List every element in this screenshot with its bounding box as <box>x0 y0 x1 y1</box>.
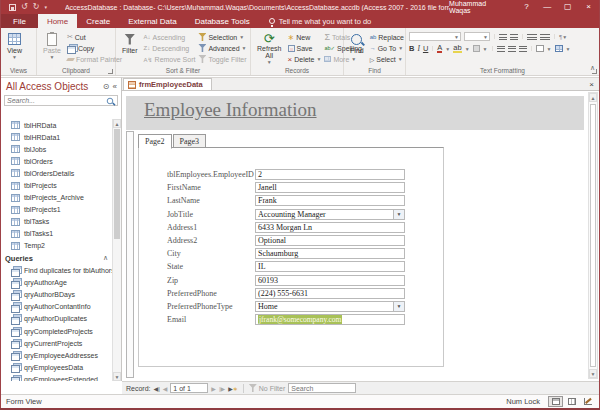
undo-icon[interactable]: ↺ <box>21 3 28 11</box>
nav-query-item[interactable]: qryCompletedProjects <box>1 325 112 337</box>
redo-icon[interactable]: ↻ <box>33 3 40 11</box>
page-tab-page2[interactable]: Page2 <box>138 134 172 149</box>
save-icon[interactable] <box>9 4 16 11</box>
font-size-combo[interactable]: ▼ <box>464 32 490 41</box>
view-button[interactable]: View▼ <box>4 30 25 66</box>
paste-button[interactable]: Paste▼ <box>40 30 64 66</box>
font-color-button[interactable]: A <box>437 44 442 53</box>
nav-query-item[interactable]: qryEmployeesData <box>1 361 112 373</box>
highlight-color-button[interactable]: ab <box>453 44 461 53</box>
nav-table-item[interactable]: tblProjects_Archive <box>1 192 112 204</box>
preferredphone-field[interactable]: (224) 555-6631 <box>255 288 405 299</box>
save-record-button[interactable]: Save <box>288 43 322 53</box>
combo-dropdown-icon[interactable]: ▼ <box>393 210 404 219</box>
collapse-ribbon-icon[interactable]: ∧ <box>590 64 595 72</box>
text-direction-icon[interactable]: ¶▼ <box>559 34 567 40</box>
scrollbar-thumb[interactable] <box>590 104 596 367</box>
record-position[interactable]: 1 of 1 <box>170 383 208 393</box>
nav-table-item[interactable]: tblOrders <box>1 155 112 167</box>
new-blank-record-icon[interactable]: ▶∗ <box>228 385 238 392</box>
nav-pane-scrollbar[interactable]: ▲ ▼ <box>112 119 121 381</box>
ascending-button[interactable]: A↓Ascending <box>144 32 196 42</box>
no-filter-button[interactable]: No Filter <box>249 384 285 392</box>
first-record-icon[interactable]: ◀| <box>154 385 160 392</box>
nav-table-item[interactable]: tblTasks1 <box>1 228 112 240</box>
address2-field[interactable]: Optional <box>255 235 405 246</box>
filter-button[interactable]: Filter <box>119 30 141 66</box>
nav-query-item[interactable]: qryCurrentProjects <box>1 337 112 349</box>
nav-query-item[interactable]: qryAuthorBDays <box>1 289 112 301</box>
scrollbar-thumb[interactable] <box>114 129 120 239</box>
numbering-icon[interactable] <box>510 34 518 40</box>
email-field[interactable]: jfrank@somecompany.com <box>255 314 405 325</box>
previous-record-icon[interactable]: ◀ <box>163 385 168 392</box>
nav-table-item[interactable]: tblProjects <box>1 179 112 191</box>
nav-table-item[interactable]: tblProjects1 <box>1 204 112 216</box>
nav-table-item[interactable]: tblHRData <box>1 119 112 131</box>
jobtitle-combo[interactable]: Accounting Manager▼ <box>255 209 405 220</box>
tab-external-data[interactable]: External Data <box>119 14 185 28</box>
nav-table-item[interactable]: tblTasks <box>1 216 112 228</box>
cut-button[interactable]: ✂Cut <box>67 32 122 42</box>
nav-table-item[interactable]: tblJobs <box>1 143 112 155</box>
font-name-combo[interactable]: ▼ <box>409 32 461 41</box>
background-color-button[interactable] <box>473 45 480 52</box>
maximize-button[interactable]: ▢ <box>558 0 579 14</box>
firstname-field[interactable]: Janell <box>255 182 405 193</box>
remove-sort-button[interactable]: A↯Remove Sort <box>144 54 196 64</box>
address1-field[interactable]: 6433 Morgan Ln <box>255 222 405 233</box>
delete-record-button[interactable]: ×Delete▼ <box>288 54 322 64</box>
new-record-button[interactable]: ∗New <box>288 32 322 42</box>
nav-query-item[interactable]: qryEmployeeAddresses <box>1 349 112 361</box>
datasheet-view-button[interactable] <box>564 396 579 407</box>
zip-field[interactable]: 60193 <box>255 275 405 286</box>
nav-query-item[interactable]: qryEmployeesExtended <box>1 373 112 381</box>
nav-pane-menu-icon[interactable]: ⊙ <box>103 82 110 91</box>
align-left-icon[interactable] <box>497 46 505 52</box>
combo-dropdown-icon[interactable]: ▼ <box>393 302 404 311</box>
tab-file[interactable]: File <box>1 14 38 28</box>
employeeid-field[interactable]: 2 <box>255 169 405 180</box>
scroll-down-icon[interactable]: ▼ <box>589 369 597 378</box>
selection-button[interactable]: Selection▼ <box>198 32 246 42</box>
nav-table-item[interactable]: tblOrdersDetails <box>1 167 112 179</box>
refresh-all-button[interactable]: ⟳ Refresh All▼ <box>254 30 285 66</box>
replace-button[interactable]: abReplace <box>370 32 404 42</box>
nav-query-item[interactable]: Find duplicates for tblAuthors <box>1 265 112 277</box>
close-document-icon[interactable]: × <box>584 78 599 90</box>
find-button[interactable]: Find <box>347 30 367 66</box>
italic-button[interactable]: I <box>417 44 420 53</box>
alternate-row-color-icon[interactable] <box>555 45 563 52</box>
city-field[interactable]: Schaumburg <box>255 248 405 259</box>
last-record-icon[interactable]: |▶ <box>219 385 225 392</box>
design-view-button[interactable] <box>580 396 595 407</box>
record-selector-bar[interactable] <box>126 131 134 378</box>
copy-button[interactable]: Copy <box>67 43 122 53</box>
next-record-icon[interactable]: ▶ <box>211 385 216 392</box>
tab-database-tools[interactable]: Database Tools <box>186 14 259 28</box>
shutter-close-icon[interactable]: « <box>113 82 117 91</box>
form-scrollbar[interactable]: ▲ ▼ <box>588 92 598 379</box>
bold-button[interactable]: B <box>409 44 414 53</box>
document-tab-frmEmployeeData[interactable]: frmEmployeeData <box>123 78 212 90</box>
gridlines-icon[interactable] <box>536 45 544 52</box>
align-right-icon[interactable] <box>519 46 527 52</box>
tell-me-box[interactable]: Tell me what you want to do <box>269 14 372 28</box>
preferredphonetype-combo[interactable]: Home▼ <box>255 301 405 312</box>
select-button[interactable]: ▷Select▼ <box>370 54 404 64</box>
state-field[interactable]: IL <box>255 261 405 272</box>
signed-in-user[interactable]: Muhammad Waqas <box>449 0 506 14</box>
advanced-button[interactable]: Advanced▼ <box>198 43 246 53</box>
nav-table-item[interactable]: Temp2 <box>1 240 112 252</box>
scroll-up-icon[interactable]: ▲ <box>113 119 121 128</box>
underline-button[interactable]: U <box>423 44 428 53</box>
close-button[interactable]: × <box>578 0 599 14</box>
collapse-section-icon[interactable]: ∧ <box>103 254 108 262</box>
nav-search-input[interactable] <box>5 97 106 104</box>
tab-home[interactable]: Home <box>38 14 77 28</box>
queries-section-header[interactable]: Queries∧ <box>1 252 112 265</box>
lastname-field[interactable]: Frank <box>255 195 405 206</box>
scroll-up-icon[interactable]: ▲ <box>589 93 597 102</box>
tab-create[interactable]: Create <box>77 14 119 28</box>
form-view-button[interactable] <box>548 396 563 407</box>
